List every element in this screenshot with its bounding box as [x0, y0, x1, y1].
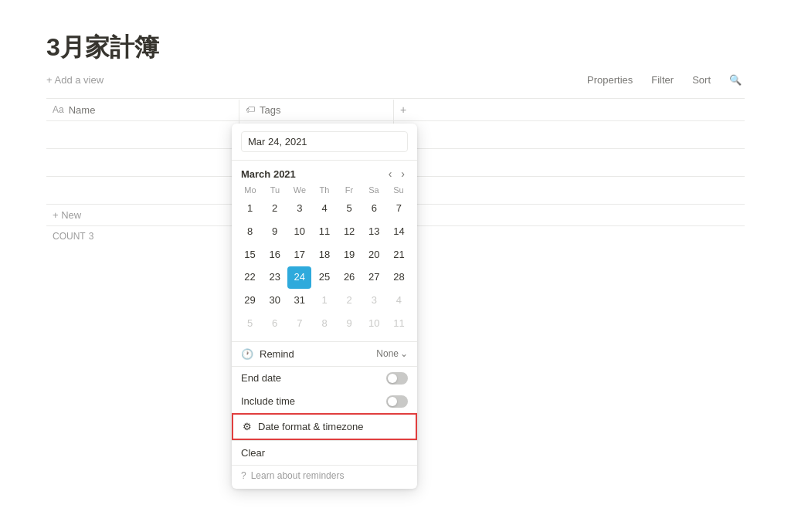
calendar-day[interactable]: 30	[263, 290, 287, 312]
calendar-day: 4	[387, 290, 411, 312]
search-button[interactable]: 🔍	[726, 73, 745, 87]
learn-row[interactable]: ? Learn about reminders	[232, 465, 417, 489]
count-value: 3	[89, 231, 94, 242]
add-view-button[interactable]: + Add a view	[46, 71, 104, 89]
calendar-day[interactable]: 4	[312, 198, 336, 220]
dow-tu: Tu	[263, 184, 287, 196]
page-title: 3月家計簿	[46, 31, 745, 65]
calendar-day[interactable]: 7	[387, 198, 411, 220]
date-format-label: Date format & timezone	[258, 421, 364, 432]
dow-mo: Mo	[238, 184, 263, 196]
page-header: 3月家計簿 + Add a view Properties Filter Sor…	[0, 0, 791, 98]
calendar-day: 1	[312, 290, 336, 312]
calendar-day: 8	[312, 313, 336, 335]
calendar-day[interactable]: 18	[312, 244, 336, 266]
clear-row[interactable]: Clear	[232, 440, 417, 465]
calendar-day[interactable]: 5	[338, 198, 362, 220]
remind-label: Remind	[260, 348, 294, 360]
cell-name-1[interactable]	[46, 121, 239, 148]
properties-button[interactable]: Properties	[584, 73, 636, 87]
dow-fr: Fr	[337, 184, 362, 196]
calendar-day: 3	[362, 290, 386, 312]
column-tags-label: Tags	[260, 104, 280, 116]
calendar-day: 9	[338, 313, 362, 335]
calendar-day[interactable]: 8	[238, 221, 262, 243]
sort-button[interactable]: Sort	[689, 73, 714, 87]
include-time-row: Include time	[232, 390, 417, 413]
calendar-day[interactable]: 28	[387, 266, 411, 289]
calendar-day[interactable]: 11	[312, 221, 336, 243]
remind-left: 🕐 Remind	[241, 348, 294, 360]
calendar-popup: March 2021 ‹ › Mo Tu We Th Fr Sa Su 1234…	[232, 124, 417, 489]
chevron-down-icon: ⌄	[400, 348, 408, 359]
calendar-day[interactable]: 20	[362, 244, 386, 266]
calendar-day[interactable]: 10	[287, 221, 311, 243]
calendar-day[interactable]: 6	[362, 198, 386, 220]
calendar-nav: ‹ ›	[385, 167, 408, 181]
calendar-grid: 1234567891011121314151617181920212223242…	[232, 198, 417, 341]
question-icon: ?	[241, 470, 246, 481]
calendar-day[interactable]: 16	[263, 244, 287, 266]
add-column-button[interactable]: +	[394, 99, 412, 120]
calendar-day[interactable]: 29	[238, 290, 262, 312]
filter-button[interactable]: Filter	[648, 73, 677, 87]
calendar-day[interactable]: 3	[287, 198, 311, 220]
remind-row[interactable]: 🕐 Remind None ⌄	[232, 342, 417, 366]
calendar-day[interactable]: 15	[238, 244, 262, 266]
prev-month-button[interactable]: ‹	[385, 167, 396, 181]
calendar-day[interactable]: 17	[287, 244, 311, 266]
dow-sa: Sa	[362, 184, 386, 196]
end-date-label: End date	[241, 372, 281, 384]
calendar-day[interactable]: 12	[338, 221, 362, 243]
calendar-day[interactable]: 24	[287, 266, 311, 289]
date-input[interactable]	[241, 131, 408, 152]
cell-name-3[interactable]	[46, 177, 239, 204]
calendar-day[interactable]: 31	[287, 290, 311, 312]
alarm-icon: 🕐	[241, 348, 253, 360]
learn-label: Learn about reminders	[251, 470, 345, 481]
dow-th: Th	[312, 184, 337, 196]
calendar-day[interactable]: 2	[263, 198, 287, 220]
end-date-row: End date	[232, 367, 417, 390]
end-date-toggle[interactable]	[386, 372, 408, 385]
include-time-label: Include time	[241, 395, 295, 407]
days-of-week: Mo Tu We Th Fr Sa Su	[232, 184, 417, 196]
date-input-row	[232, 124, 417, 161]
search-icon: 🔍	[729, 74, 742, 86]
calendar-day[interactable]: 26	[338, 266, 362, 289]
toolbar-row: + Add a view Properties Filter Sort 🔍	[46, 71, 745, 89]
remind-value-text: None	[376, 348, 399, 359]
gear-icon: ⚙	[243, 421, 252, 432]
calendar-day[interactable]: 19	[338, 244, 362, 266]
clear-label: Clear	[241, 447, 265, 459]
calendar-day: 6	[263, 313, 287, 335]
calendar-day: 2	[338, 290, 362, 312]
calendar-day[interactable]: 14	[387, 221, 411, 243]
dow-we: We	[287, 184, 312, 196]
cell-name-2[interactable]	[46, 149, 239, 176]
calendar-day[interactable]: 21	[387, 244, 411, 266]
calendar-day[interactable]: 27	[362, 266, 386, 289]
calendar-day[interactable]: 13	[362, 221, 386, 243]
calendar-header: March 2021 ‹ ›	[232, 161, 417, 184]
calendar-day: 10	[362, 313, 386, 335]
column-name-header: Aa Name	[46, 100, 239, 120]
date-format-row[interactable]: ⚙ Date format & timezone	[232, 413, 417, 440]
calendar-day[interactable]: 9	[263, 221, 287, 243]
column-tags-header: 🏷 Tags	[239, 100, 394, 120]
remind-value: None ⌄	[376, 348, 408, 359]
tag-icon: 🏷	[246, 104, 255, 115]
calendar-day[interactable]: 23	[263, 266, 287, 289]
text-icon: Aa	[53, 104, 64, 115]
next-month-button[interactable]: ›	[398, 167, 408, 181]
include-time-toggle[interactable]	[386, 395, 408, 408]
count-label: COUNT	[53, 231, 86, 242]
calendar-day[interactable]: 1	[238, 198, 262, 220]
column-name-label: Name	[69, 104, 96, 116]
calendar-day: 5	[238, 313, 262, 335]
calendar-day[interactable]: 22	[238, 266, 262, 289]
calendar-day[interactable]: 25	[312, 266, 336, 289]
table-header: Aa Name 🏷 Tags +	[46, 98, 745, 121]
dow-su: Su	[386, 184, 411, 196]
month-label: March 2021	[241, 168, 296, 180]
